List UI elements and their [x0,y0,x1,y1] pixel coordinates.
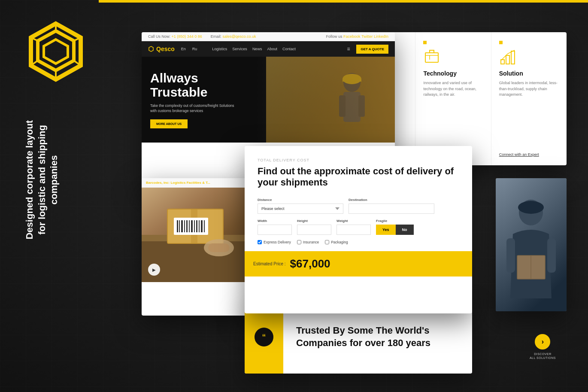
more-about-us-button[interactable]: MORE ABOUT US [150,119,188,128]
estimated-price-label: Estimated Price : [253,261,286,266]
tech-card-title: Technology [423,70,483,77]
svg-rect-32 [196,220,197,232]
estimated-price-bar: Estimated Price : $67,000 [245,251,472,277]
logo-area [21,17,90,88]
sol-card-desc: Global leaders in intermodal, less-than-… [499,80,559,148]
nav-logistics[interactable]: Logistics [212,47,227,51]
fragile-yes-button[interactable]: Yes [376,225,396,235]
lang-en[interactable]: En [181,47,186,51]
fragile-no-button[interactable]: No [396,225,414,235]
express-label: Express Delivery [264,240,291,244]
hero-subtitle: Take the complexity out of customs/freig… [150,103,236,114]
svg-rect-27 [184,220,185,232]
service-card-solution: Solution Global leaders in intermodal, l… [491,32,567,165]
svg-rect-25 [179,220,180,232]
svg-rect-18 [142,239,253,282]
follow-us: Follow us Facebook Twitter LinkedIn [326,34,388,39]
width-label: Width [258,219,292,223]
play-button[interactable]: ▶ [148,264,160,276]
svg-rect-26 [181,220,183,232]
svg-rect-33 [199,220,200,232]
quote-circle: “ [255,328,273,346]
nav-contact[interactable]: Contact [282,47,296,51]
phone-link[interactable]: +1 (850) 344 0 86 [172,34,202,39]
svg-rect-30 [191,220,193,232]
barcode-mockup: Barcodes, Inc: Logistics Facilities & T.… [142,178,253,316]
width-field: Width [258,219,292,235]
height-input[interactable] [297,225,331,235]
svg-marker-6 [149,46,153,52]
packaging-checkbox-input[interactable] [325,240,329,244]
form-row-1: Distance Please select Destination [258,198,459,214]
fragile-group: Fragile Yes No [376,219,414,235]
nav-about[interactable]: About [267,47,277,51]
height-label: Height [297,219,331,223]
svg-rect-17 [511,51,515,64]
trusted-text: Trusted By Some The World's Companies fo… [283,314,472,360]
tagline-text: Designed corporate layout for logistic a… [24,120,92,240]
delivery-form-mockup: TOTAL DELIVERY COST Find out the approxi… [245,146,472,313]
nav-news[interactable]: News [252,47,262,51]
lang-ru[interactable]: Ru [192,47,197,51]
form-row-2: Width Height Weight Fragile Yes No [258,219,459,235]
get-quote-button[interactable]: GET A QUOTE [356,45,388,54]
discover-button-group: › DISCOVER ALL SOLUTIONS [530,334,556,360]
width-input[interactable] [258,225,292,235]
accent-dot-tech [423,41,427,44]
email-link[interactable]: sales@qesco.co.uk [222,34,256,39]
linkedin-link[interactable]: LinkedIn [374,34,388,39]
distance-select[interactable]: Please select [258,204,343,214]
insurance-checkbox-input[interactable] [297,240,301,244]
weight-input[interactable] [336,225,371,235]
hero-title: Allways Trustable [150,71,386,99]
discover-arrow-button[interactable]: › [535,334,550,349]
weight-label: Weight [336,219,371,223]
site-navbar: Qesco En Ru Logistics Services News Abou… [142,41,395,57]
estimated-price-value: $67,000 [290,257,330,270]
hero-content: Allways Trustable Take the complexity ou… [150,71,386,129]
express-checkbox-input[interactable] [258,240,262,244]
top-accent-bar [99,0,588,3]
twitter-link[interactable]: Twitter [361,34,373,39]
box-icon [423,48,440,65]
insurance-label: Insurance [303,240,319,244]
svg-rect-14 [425,53,438,62]
call-label: Call Us Now: +1 (850) 344 0 86 [148,34,202,39]
svg-rect-41 [506,238,515,273]
form-main-title: Find out the approximate cost of deliver… [258,166,459,188]
hero-section: Allways Trustable Take the complexity ou… [142,57,395,143]
svg-rect-29 [189,220,190,232]
hex-logo-icon [21,17,90,86]
tech-card-desc: Innovative and varied use of technology … [423,80,483,148]
checkbox-row: Express Delivery Insurance Packaging [258,240,459,244]
fragile-label: Fragile [376,219,414,223]
hamburger-icon[interactable]: ≡ [347,46,350,52]
chart-icon [499,48,516,65]
sol-card-link[interactable]: Connect with an Expert [499,152,559,157]
package-image-area: ▶ [142,188,253,282]
destination-label: Destination [349,198,434,202]
sol-card-title: Solution [499,70,559,77]
fragile-buttons: Yes No [376,225,414,235]
form-top-label: TOTAL DELIVERY COST [258,158,459,162]
height-field: Height [297,219,331,235]
svg-rect-28 [186,220,188,232]
express-delivery-checkbox: Express Delivery [258,240,291,244]
svg-rect-37 [208,243,230,252]
nav-links: Logistics Services News About Contact [212,47,340,51]
destination-field: Destination [349,198,434,214]
email-label: Email: sales@qesco.co.uk [211,34,256,39]
svg-rect-31 [194,220,195,232]
svg-rect-16 [506,55,509,64]
distance-label: Distance [258,198,343,202]
nav-services[interactable]: Services [232,47,247,51]
weight-field: Weight [336,219,371,235]
destination-input[interactable] [349,204,434,214]
svg-rect-35 [204,220,205,232]
svg-rect-34 [201,220,203,232]
distance-field: Distance Please select [258,198,343,214]
facebook-link[interactable]: Facebook [343,34,361,39]
svg-rect-24 [177,220,178,232]
packaging-label: Packaging [331,240,348,244]
service-card-technology: Technology Innovative and varied use of … [415,32,491,165]
